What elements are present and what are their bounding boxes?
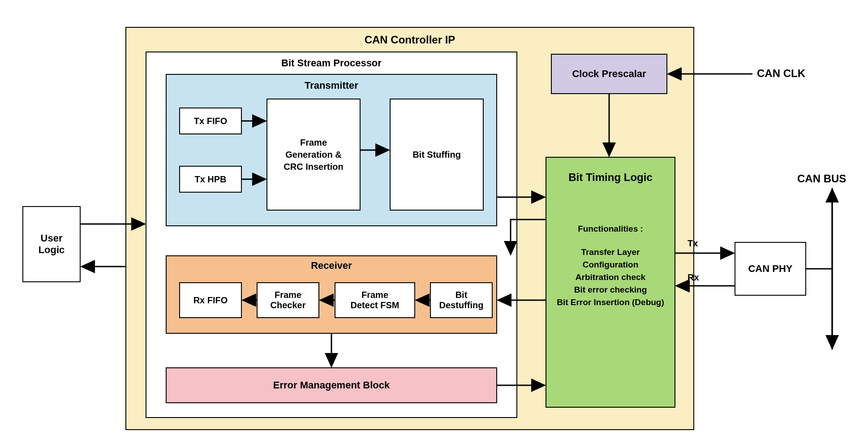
- can-controller-title: CAN Controller IP: [125, 34, 694, 46]
- btl-func-header: Functionalities :: [578, 224, 643, 234]
- tx-label: Tx: [688, 238, 698, 249]
- rx-label: Rx: [688, 272, 699, 283]
- frame-detect-fsm: Frame Detect FSM: [335, 282, 415, 318]
- transmitter-title: Transmitter: [166, 80, 497, 91]
- bit-stuffing: Bit Stuffing: [390, 99, 484, 211]
- frame-detect-label: Frame Detect FSM: [351, 290, 400, 310]
- user-logic-block: User Logic: [22, 206, 81, 282]
- btl-f3: Arbitration check: [576, 272, 645, 282]
- bit-destuffing: Bit Destuffing: [430, 282, 493, 318]
- receiver-title: Receiver: [166, 260, 497, 271]
- tx-fifo: Tx FIFO: [179, 108, 242, 134]
- bit-stuffing-label: Bit Stuffing: [413, 150, 461, 160]
- can-phy-label: CAN PHY: [748, 263, 792, 275]
- bit-timing-logic: Bit Timing Logic Functionalities : Trans…: [546, 157, 675, 408]
- tx-hpb-label: Tx HPB: [194, 174, 226, 185]
- tx-hpb: Tx HPB: [179, 166, 242, 193]
- rx-fifo-label: Rx FIFO: [193, 295, 228, 306]
- clock-prescalar: Clock Prescalar: [551, 54, 667, 94]
- can-clk-label: CAN CLK: [757, 67, 805, 80]
- rx-fifo: Rx FIFO: [179, 282, 242, 318]
- bit-destuffing-label: Bit Destuffing: [439, 290, 484, 310]
- frame-checker: Frame Checker: [257, 282, 319, 318]
- btl-f4: Bit error checking: [574, 285, 647, 295]
- btl-f2: Configuration: [583, 260, 639, 270]
- btl-f1: Transfer Layer: [581, 247, 640, 257]
- clock-prescalar-label: Clock Prescalar: [572, 68, 646, 80]
- can-phy-block: CAN PHY: [735, 242, 806, 296]
- emb-label: Error Management Block: [273, 379, 390, 391]
- frame-generation: Frame Generation & CRC Insertion: [266, 99, 361, 211]
- btl-title: Bit Timing Logic: [568, 171, 653, 184]
- frame-checker-label: Frame Checker: [271, 290, 306, 310]
- can-bus-label: CAN BUS: [797, 172, 846, 185]
- bsp-title: Bit Stream Processor: [146, 57, 517, 69]
- frame-gen-label: Frame Generation & CRC Insertion: [284, 137, 343, 173]
- user-logic-label: User Logic: [39, 233, 65, 256]
- tx-fifo-label: Tx FIFO: [194, 116, 227, 126]
- error-management-block: Error Management Block: [166, 367, 497, 403]
- btl-f5: Bit Error Insertion (Debug): [557, 297, 664, 307]
